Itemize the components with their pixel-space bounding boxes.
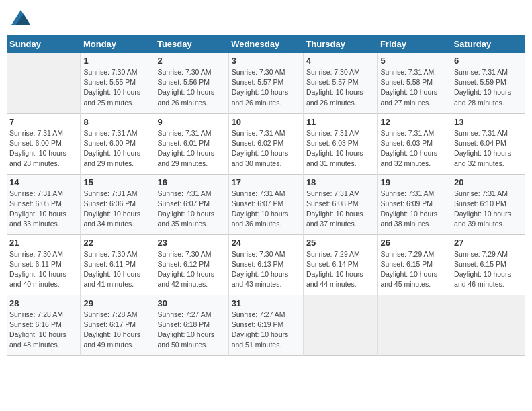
calendar-cell: 29Sunrise: 7:28 AM Sunset: 6:17 PM Dayli… <box>81 295 154 355</box>
calendar-week-row: 1Sunrise: 7:30 AM Sunset: 5:55 PM Daylig… <box>7 53 525 113</box>
calendar-cell: 4Sunrise: 7:30 AM Sunset: 5:57 PM Daylig… <box>303 53 378 113</box>
day-number: 20 <box>454 177 523 187</box>
day-info: Sunrise: 7:30 AM Sunset: 5:57 PM Dayligh… <box>306 67 375 108</box>
weekday-header-monday: Monday <box>81 35 154 53</box>
calendar-cell: 27Sunrise: 7:29 AM Sunset: 6:15 PM Dayli… <box>451 234 525 295</box>
day-number: 29 <box>83 298 151 308</box>
day-number: 16 <box>157 177 225 187</box>
day-info: Sunrise: 7:30 AM Sunset: 6:11 PM Dayligh… <box>9 249 77 290</box>
calendar-cell: 20Sunrise: 7:31 AM Sunset: 6:10 PM Dayli… <box>451 174 525 234</box>
day-number: 22 <box>83 238 151 248</box>
day-info: Sunrise: 7:31 AM Sunset: 6:00 PM Dayligh… <box>83 128 151 169</box>
day-number: 17 <box>232 177 300 187</box>
day-info: Sunrise: 7:31 AM Sunset: 6:07 PM Dayligh… <box>232 189 300 230</box>
page-header <box>7 7 525 28</box>
day-info: Sunrise: 7:30 AM Sunset: 6:12 PM Dayligh… <box>157 249 225 290</box>
day-info: Sunrise: 7:31 AM Sunset: 5:59 PM Dayligh… <box>454 67 523 108</box>
day-info: Sunrise: 7:30 AM Sunset: 6:13 PM Dayligh… <box>232 249 300 290</box>
day-number: 23 <box>157 238 225 248</box>
logo <box>10 10 30 28</box>
day-info: Sunrise: 7:31 AM Sunset: 6:00 PM Dayligh… <box>9 128 77 169</box>
day-number: 18 <box>306 177 375 187</box>
calendar-cell: 17Sunrise: 7:31 AM Sunset: 6:07 PM Dayli… <box>228 174 303 234</box>
day-number: 21 <box>9 238 77 248</box>
calendar-cell: 9Sunrise: 7:31 AM Sunset: 6:01 PM Daylig… <box>154 113 228 174</box>
calendar-cell: 14Sunrise: 7:31 AM Sunset: 6:05 PM Dayli… <box>7 174 81 234</box>
day-number: 1 <box>83 56 151 66</box>
calendar-cell: 2Sunrise: 7:30 AM Sunset: 5:56 PM Daylig… <box>154 53 228 113</box>
day-info: Sunrise: 7:31 AM Sunset: 6:07 PM Dayligh… <box>157 189 225 230</box>
calendar-cell: 5Sunrise: 7:31 AM Sunset: 5:58 PM Daylig… <box>378 53 451 113</box>
day-number: 25 <box>306 238 375 248</box>
calendar-cell: 12Sunrise: 7:31 AM Sunset: 6:03 PM Dayli… <box>378 113 451 174</box>
day-number: 8 <box>83 117 151 127</box>
calendar-cell: 21Sunrise: 7:30 AM Sunset: 6:11 PM Dayli… <box>7 234 81 295</box>
day-number: 19 <box>380 177 448 187</box>
calendar-cell: 24Sunrise: 7:30 AM Sunset: 6:13 PM Dayli… <box>228 234 303 295</box>
day-info: Sunrise: 7:31 AM Sunset: 6:05 PM Dayligh… <box>9 189 77 230</box>
day-info: Sunrise: 7:30 AM Sunset: 5:57 PM Dayligh… <box>232 67 300 108</box>
calendar-cell: 15Sunrise: 7:31 AM Sunset: 6:06 PM Dayli… <box>81 174 154 234</box>
day-info: Sunrise: 7:31 AM Sunset: 6:01 PM Dayligh… <box>157 128 225 169</box>
day-number: 4 <box>306 56 375 66</box>
day-info: Sunrise: 7:31 AM Sunset: 6:09 PM Dayligh… <box>380 189 448 230</box>
day-number: 24 <box>232 238 300 248</box>
calendar-cell: 3Sunrise: 7:30 AM Sunset: 5:57 PM Daylig… <box>228 53 303 113</box>
calendar-cell: 22Sunrise: 7:30 AM Sunset: 6:11 PM Dayli… <box>81 234 154 295</box>
calendar-cell: 10Sunrise: 7:31 AM Sunset: 6:02 PM Dayli… <box>228 113 303 174</box>
day-number: 31 <box>232 298 300 308</box>
day-info: Sunrise: 7:27 AM Sunset: 6:18 PM Dayligh… <box>157 310 225 351</box>
weekday-header-sunday: Sunday <box>7 35 81 53</box>
weekday-header-row: SundayMondayTuesdayWednesdayThursdayFrid… <box>7 35 525 53</box>
day-info: Sunrise: 7:30 AM Sunset: 6:11 PM Dayligh… <box>83 249 151 290</box>
day-info: Sunrise: 7:28 AM Sunset: 6:17 PM Dayligh… <box>83 310 151 351</box>
calendar-week-row: 14Sunrise: 7:31 AM Sunset: 6:05 PM Dayli… <box>7 174 525 234</box>
day-info: Sunrise: 7:31 AM Sunset: 5:58 PM Dayligh… <box>380 67 448 108</box>
calendar-week-row: 21Sunrise: 7:30 AM Sunset: 6:11 PM Dayli… <box>7 234 525 295</box>
day-info: Sunrise: 7:31 AM Sunset: 6:03 PM Dayligh… <box>380 128 448 169</box>
day-number: 13 <box>454 117 523 127</box>
day-info: Sunrise: 7:31 AM Sunset: 6:03 PM Dayligh… <box>306 128 375 169</box>
day-number: 7 <box>9 117 77 127</box>
day-number: 3 <box>232 56 300 66</box>
day-info: Sunrise: 7:29 AM Sunset: 6:15 PM Dayligh… <box>454 249 523 290</box>
calendar-cell <box>451 295 525 355</box>
day-number: 11 <box>306 117 375 127</box>
calendar-cell: 23Sunrise: 7:30 AM Sunset: 6:12 PM Dayli… <box>154 234 228 295</box>
day-info: Sunrise: 7:28 AM Sunset: 6:16 PM Dayligh… <box>9 310 77 351</box>
calendar-cell: 13Sunrise: 7:31 AM Sunset: 6:04 PM Dayli… <box>451 113 525 174</box>
calendar-cell: 16Sunrise: 7:31 AM Sunset: 6:07 PM Dayli… <box>154 174 228 234</box>
day-number: 14 <box>9 177 77 187</box>
day-info: Sunrise: 7:31 AM Sunset: 6:10 PM Dayligh… <box>454 189 523 230</box>
calendar-cell <box>378 295 451 355</box>
calendar-table: SundayMondayTuesdayWednesdayThursdayFrid… <box>7 35 525 356</box>
day-number: 26 <box>380 238 448 248</box>
calendar-week-row: 7Sunrise: 7:31 AM Sunset: 6:00 PM Daylig… <box>7 113 525 174</box>
calendar-cell: 19Sunrise: 7:31 AM Sunset: 6:09 PM Dayli… <box>378 174 451 234</box>
calendar-cell <box>7 53 81 113</box>
day-number: 12 <box>380 117 448 127</box>
weekday-header-saturday: Saturday <box>451 35 525 53</box>
calendar-cell: 11Sunrise: 7:31 AM Sunset: 6:03 PM Dayli… <box>303 113 378 174</box>
day-info: Sunrise: 7:31 AM Sunset: 6:06 PM Dayligh… <box>83 189 151 230</box>
day-number: 27 <box>454 238 523 248</box>
day-info: Sunrise: 7:29 AM Sunset: 6:15 PM Dayligh… <box>380 249 448 290</box>
weekday-header-tuesday: Tuesday <box>154 35 228 53</box>
day-number: 6 <box>454 56 523 66</box>
calendar-cell: 30Sunrise: 7:27 AM Sunset: 6:18 PM Dayli… <box>154 295 228 355</box>
calendar-cell: 28Sunrise: 7:28 AM Sunset: 6:16 PM Dayli… <box>7 295 81 355</box>
calendar-cell: 1Sunrise: 7:30 AM Sunset: 5:55 PM Daylig… <box>81 53 154 113</box>
day-number: 9 <box>157 117 225 127</box>
day-info: Sunrise: 7:30 AM Sunset: 5:56 PM Dayligh… <box>157 67 225 108</box>
weekday-header-wednesday: Wednesday <box>228 35 303 53</box>
day-number: 30 <box>157 298 225 308</box>
day-number: 28 <box>9 298 77 308</box>
weekday-header-thursday: Thursday <box>303 35 378 53</box>
calendar-week-row: 28Sunrise: 7:28 AM Sunset: 6:16 PM Dayli… <box>7 295 525 355</box>
weekday-header-friday: Friday <box>378 35 451 53</box>
calendar-cell: 26Sunrise: 7:29 AM Sunset: 6:15 PM Dayli… <box>378 234 451 295</box>
day-info: Sunrise: 7:31 AM Sunset: 6:08 PM Dayligh… <box>306 189 375 230</box>
calendar-cell: 25Sunrise: 7:29 AM Sunset: 6:14 PM Dayli… <box>303 234 378 295</box>
logo-icon <box>11 10 30 25</box>
day-info: Sunrise: 7:30 AM Sunset: 5:55 PM Dayligh… <box>83 67 151 108</box>
